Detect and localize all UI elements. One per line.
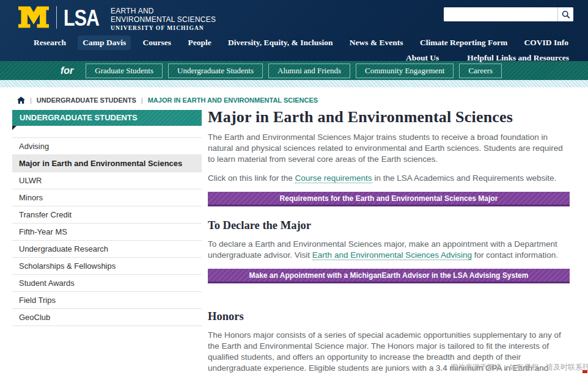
nav-about-us[interactable]: About Us (401, 51, 444, 65)
nav-camp-davis[interactable]: Camp Davis (78, 35, 131, 50)
nav-dei[interactable]: Diversity, Equity, & Inclusion (223, 35, 337, 50)
nav-covid-info[interactable]: COVID Info (520, 35, 573, 50)
audience-alumni-friends[interactable]: Alumni and Friends (268, 64, 350, 78)
sidebar-item-minors[interactable]: Minors (12, 189, 202, 206)
sidebar-menu: Advising Major in Earth and Environmenta… (12, 137, 202, 326)
sidebar-item-fifth-year-ms[interactable]: Fifth-Year MS (12, 224, 202, 241)
site-header: LSA EARTH AND ENVIRONMENTAL SCIENCES UNI… (0, 0, 588, 61)
content-area: UNDERGRADUATE STUDENTS Advising Major in… (0, 104, 588, 375)
breadcrumb: | UNDERGRADUATE STUDENTS | MAJOR IN EART… (17, 96, 588, 104)
department-line1: EARTH AND (111, 7, 216, 15)
course-requirements-link[interactable]: Course requirements (295, 173, 372, 183)
course-requirements-line: Click on this link for the Course requir… (208, 173, 570, 184)
declare-paragraph: To declare a Earth and Environmental Sci… (208, 239, 570, 261)
declare-heading: To Declare the Major (208, 219, 570, 232)
sidebar-item-student-awards[interactable]: Student Awards (12, 275, 202, 292)
department-line2: ENVIRONMENTAL SCIENCES (111, 15, 216, 24)
requirements-button[interactable]: Requirements for the Earth and Environme… (208, 192, 570, 206)
sidebar-item-geoclub[interactable]: GeoClub (12, 309, 202, 326)
audience-undergraduate-students[interactable]: Undergraduate Students (168, 64, 263, 78)
sidebar-item-advising[interactable]: Advising (12, 138, 202, 155)
main-nav-row1: Research Camp Davis Courses People Diver… (0, 35, 588, 50)
search-button[interactable] (557, 7, 573, 21)
page-title: Major in Earth and Environmental Science… (208, 108, 570, 126)
declare-suffix: for contact information. (472, 250, 558, 260)
appointment-button[interactable]: Make an Appointment with a MichiganEarth… (208, 269, 570, 283)
advising-link[interactable]: Earth and Environmental Sciences Advisin… (312, 250, 472, 260)
honors-heading: Honors (208, 310, 570, 323)
sidebar-item-undergraduate-research[interactable]: Undergraduate Research (12, 241, 202, 258)
nav-courses[interactable]: Courses (138, 35, 177, 50)
sidebar-title: UNDERGRADUATE STUDENTS (12, 110, 202, 126)
breadcrumb-separator: | (141, 96, 143, 104)
lsa-logotype: LSA (64, 6, 99, 31)
department-name: EARTH AND ENVIRONMENTAL SCIENCES UNIVERS… (111, 6, 225, 31)
main-content: Major in Earth and Environmental Science… (202, 108, 570, 375)
main-nav-row2: About Us Helpful Links and Resources (0, 51, 588, 65)
search-bar (444, 7, 573, 21)
nav-people[interactable]: People (183, 35, 216, 50)
course-link-suffix: in the LSA Academics and Requirements we… (372, 173, 557, 183)
nav-helpful-links[interactable]: Helpful Links and Resources (462, 51, 574, 65)
nav-news-events[interactable]: News & Events (345, 35, 408, 50)
sidebar-item-ulwr[interactable]: ULWR (12, 172, 202, 189)
nav-climate-reporting[interactable]: Climate Reporting Form (415, 35, 512, 50)
logo-divider (56, 6, 57, 29)
red-corner-mark (582, 370, 587, 373)
sidebar-item-transfer-credit[interactable]: Transfer Credit (12, 206, 202, 224)
breadcrumb-undergraduate-students[interactable]: UNDERGRADUATE STUDENTS (37, 96, 136, 104)
intro-paragraph: The Earth and Environmental Sciences Maj… (208, 132, 570, 165)
breadcrumb-current-page: MAJOR IN EARTH AND ENVIRONMENTAL SCIENCE… (148, 96, 318, 104)
home-icon[interactable] (17, 96, 25, 104)
watermark-text: 图片来源于网络，如有侵权，请及时联系托普仕留学删除 (450, 362, 588, 373)
michigan-block-m-icon (18, 6, 49, 28)
audience-careers[interactable]: Careers (459, 64, 502, 78)
sidebar-item-scholarships[interactable]: Scholarships & Fellowships (12, 258, 202, 275)
sidebar: UNDERGRADUATE STUDENTS Advising Major in… (12, 110, 202, 326)
audience-graduate-students[interactable]: Graduate Students (86, 64, 163, 78)
sidebar-item-field-trips[interactable]: Field Trips (12, 292, 202, 309)
search-input[interactable] (444, 7, 557, 21)
university-name: UNIVERSITY OF MICHIGAN (111, 25, 225, 31)
for-label: for (61, 65, 73, 76)
audience-community-engagement[interactable]: Community Engagement (356, 64, 454, 78)
search-icon (562, 10, 570, 19)
course-link-prefix: Click on this link for the (208, 173, 295, 183)
nav-research[interactable]: Research (29, 35, 71, 50)
sidebar-item-major[interactable]: Major in Earth and Environmental Science… (12, 155, 202, 172)
decorative-stripe-band (0, 80, 588, 87)
breadcrumb-separator: | (30, 96, 32, 104)
